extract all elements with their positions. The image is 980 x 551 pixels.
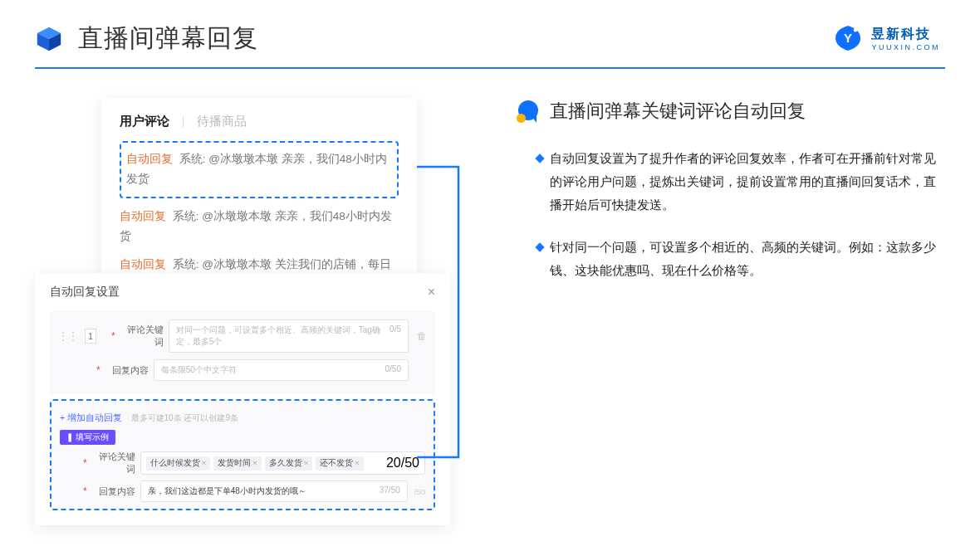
chat-bubble-icon xyxy=(517,100,538,122)
tag-chip: 还不发货 xyxy=(320,458,353,467)
svg-text:Y: Y xyxy=(844,31,852,45)
tab-separator xyxy=(183,116,184,128)
close-icon[interactable]: × xyxy=(428,285,435,300)
auto-reply-settings-dialog: 自动回复设置 × ⋮⋮ 1 * 评论关键词 对同一个问题，可设置多个相近、高频的… xyxy=(35,273,450,525)
required-icon: * xyxy=(83,457,87,469)
auto-reply-tag: 自动回复 xyxy=(120,258,166,271)
auto-reply-tag: 自动回复 xyxy=(120,210,166,222)
tag-chip: 什么时候发货 xyxy=(150,458,200,467)
example-reply-text: 亲，我们这边都是下单48小时内发货的哦～ xyxy=(148,485,306,497)
required-icon: * xyxy=(96,364,100,376)
drag-handle-icon[interactable]: ⋮⋮ xyxy=(58,330,78,342)
required-icon: * xyxy=(83,485,87,497)
dialog-title: 自动回复设置 xyxy=(50,285,120,300)
example-keyword-count: 20/50 xyxy=(386,456,419,471)
example-reply-input[interactable]: 亲，我们这边都是下单48小时内发货的哦～ 37/50 xyxy=(140,480,408,502)
reply-count: 0/50 xyxy=(385,364,401,376)
example-section: + 增加自动回复 最多可建10条 还可以创建9条 ❚ 填写示例 * 评论关键词 … xyxy=(50,399,435,510)
example-keyword-input[interactable]: 什么时候发货× 发货时间× 多久发货× 还不发货× 20/50 xyxy=(140,451,425,475)
tab-user-comments[interactable]: 用户评论 xyxy=(120,114,169,129)
add-auto-reply-link[interactable]: + 增加自动回复 xyxy=(60,412,122,422)
reply-placeholder: 每条限50个中文字符 xyxy=(161,364,237,376)
example-reply-label: 回复内容 xyxy=(91,485,135,498)
reply-input[interactable]: 每条限50个中文字符 0/50 xyxy=(154,359,409,381)
tab-pending-goods[interactable]: 待播商品 xyxy=(197,114,247,129)
cube-icon xyxy=(35,25,63,53)
svg-point-4 xyxy=(854,28,858,32)
page-title: 直播间弹幕回复 xyxy=(78,22,258,56)
keyword-input[interactable]: 对同一个问题，可设置多个相近、高频的关键词，Tag确定，最多5个 0/5 xyxy=(169,319,409,353)
keyword-count: 0/5 xyxy=(390,324,401,348)
keyword-label: 评论关键词 xyxy=(119,324,164,349)
reply-label: 回复内容 xyxy=(104,364,149,377)
bullet-item: 针对同一个问题，可设置多个相近的、高频的关键词。例如：这款多少钱、这块能优惠吗、… xyxy=(537,236,945,282)
brand-name-cn: 昱新科技 xyxy=(871,26,940,43)
section-title: 直播间弹幕关键词评论自动回复 xyxy=(550,99,806,124)
example-pill: ❚ 填写示例 xyxy=(60,430,115,445)
delete-icon[interactable]: 🗑 xyxy=(417,330,427,342)
add-limit-note: 最多可建10条 还可以创建9条 xyxy=(131,413,238,422)
brand-logo: Y 昱新科技 YUUXIN.COM xyxy=(833,23,940,53)
highlighted-comment: 自动回复 系统: @冰墩墩本墩 亲亲，我们48小时内发货 xyxy=(120,141,399,198)
auto-reply-tag: 自动回复 xyxy=(126,153,173,165)
keyword-placeholder: 对同一个问题，可设置多个相近、高频的关键词，Tag确定，最多5个 xyxy=(176,324,390,348)
rule-index: 1 xyxy=(85,329,96,344)
example-reply-count: 37/50 xyxy=(380,485,400,497)
required-icon: * xyxy=(111,330,115,342)
example-keyword-label: 评论关键词 xyxy=(91,451,135,475)
tag-chip: 多久发货 xyxy=(269,458,302,467)
tag-chip: 发货时间 xyxy=(218,458,251,467)
bullet-item: 自动回复设置为了提升作者的评论回复效率，作者可在开播前针对常见的评论用户问题，提… xyxy=(537,147,945,216)
brand-name-en: YUUXIN.COM xyxy=(871,43,940,51)
overflow-count: /50 xyxy=(414,487,425,496)
